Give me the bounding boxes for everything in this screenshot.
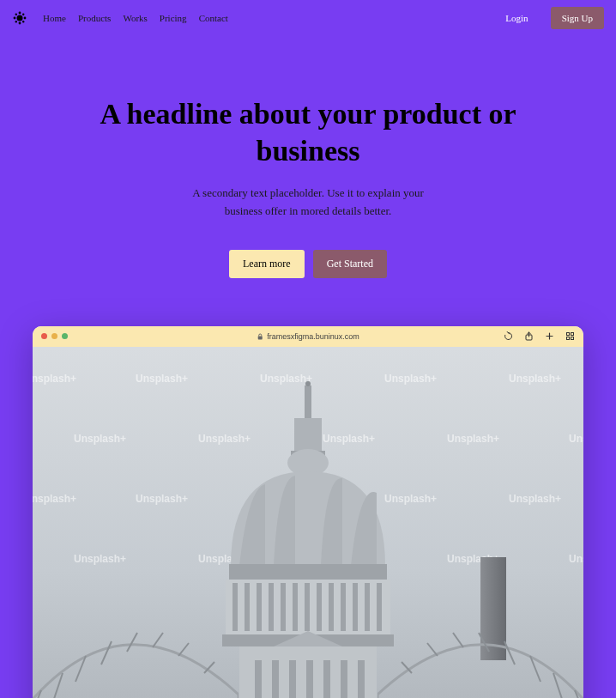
svg-rect-39 [272,660,279,698]
svg-rect-44 [358,660,365,698]
watermark-text: Unsplash+ [569,433,583,445]
svg-rect-13 [566,337,569,340]
svg-rect-11 [566,333,569,336]
svg-rect-14 [571,337,573,340]
lock-icon [257,333,263,340]
browser-viewport-image: Unsplash+ Unsplash+ Unsplash+ Unsplash+ … [33,347,583,698]
svg-point-7 [15,21,17,22]
nav-home[interactable]: Home [43,13,66,23]
signup-button[interactable]: Sign Up [551,7,604,29]
traffic-light-minimize[interactable] [51,333,57,339]
svg-line-58 [453,633,463,647]
svg-point-8 [22,21,24,22]
svg-rect-20 [229,564,387,580]
brand-logo[interactable] [12,10,27,26]
hero-section: A headline about your product or busines… [0,36,616,304]
svg-rect-17 [294,418,322,451]
svg-point-1 [19,12,21,15]
watermark-text: Unsplash+ [136,373,188,385]
browser-actions [503,331,575,342]
svg-rect-12 [571,333,573,336]
watermark-text: Unsplash+ [136,493,188,505]
watermark-text: Unsplash+ [509,373,561,385]
svg-rect-41 [306,660,313,698]
watermark-text: Unsplash+ [447,433,499,445]
nav-works[interactable]: Works [123,13,147,23]
svg-rect-40 [289,660,296,698]
svg-line-50 [153,633,163,647]
cta-row: Learn more Get Started [51,250,565,278]
svg-rect-27 [293,583,298,631]
svg-rect-26 [281,583,286,631]
svg-rect-31 [341,583,346,631]
svg-line-48 [101,641,112,665]
svg-line-56 [504,641,515,665]
traffic-light-close[interactable] [41,333,47,339]
svg-point-0 [17,15,23,21]
svg-rect-25 [269,583,274,631]
page-subhead: A secondary text placeholder. Use it to … [179,185,437,221]
svg-point-16 [305,381,311,386]
nav-products[interactable]: Products [78,13,112,23]
bridge-left [33,574,239,698]
svg-line-51 [178,643,189,656]
svg-rect-42 [323,660,330,698]
browser-chrome-bar: framesxfigma.buninux.com [33,326,583,347]
address-bar[interactable]: framesxfigma.buninux.com [257,332,359,341]
svg-rect-30 [329,583,334,631]
svg-rect-38 [255,660,262,698]
learn-more-button[interactable]: Learn more [229,250,305,278]
url-text: framesxfigma.buninux.com [267,332,359,341]
watermark-text: Unsplash+ [33,493,76,505]
tabs-grid-icon[interactable] [565,331,575,342]
svg-rect-29 [317,583,322,631]
svg-rect-23 [245,583,250,631]
svg-rect-28 [305,583,310,631]
svg-point-2 [19,22,21,25]
svg-rect-24 [257,583,262,631]
login-link[interactable]: Login [498,8,534,28]
watermark-text: Unsplash+ [74,553,126,565]
nav-pricing[interactable]: Pricing [160,13,187,23]
svg-rect-33 [365,583,370,631]
svg-rect-9 [258,336,263,339]
watermark-text: Unsplash+ [569,553,583,565]
get-started-button[interactable]: Get Started [313,250,387,278]
share-icon[interactable] [523,331,534,342]
svg-point-4 [24,17,27,20]
watermark-text: Unsplash+ [74,433,126,445]
svg-rect-32 [353,583,358,631]
svg-line-59 [427,643,438,656]
watermark-text: Unsplash+ [509,493,561,505]
refresh-icon[interactable] [503,331,513,342]
watermark-text: Unsplash+ [33,373,76,385]
svg-point-5 [15,14,17,15]
svg-line-57 [479,633,489,652]
nav-contact[interactable]: Contact [199,13,228,23]
traffic-light-maximize[interactable] [62,333,68,339]
svg-rect-43 [341,660,347,698]
svg-rect-15 [305,385,311,420]
browser-mockup: framesxfigma.buninux.com Unsplash+ Unspl… [33,326,583,698]
svg-point-6 [22,14,24,15]
svg-point-3 [14,17,16,20]
new-tab-icon[interactable] [544,331,554,342]
main-nav: Home Products Works Pricing Contact [43,13,228,23]
svg-line-49 [127,633,137,652]
bridge-right [377,574,583,698]
page-headline: A headline about your product or busines… [51,96,565,169]
top-navigation: Home Products Works Pricing Contact Logi… [0,0,616,36]
